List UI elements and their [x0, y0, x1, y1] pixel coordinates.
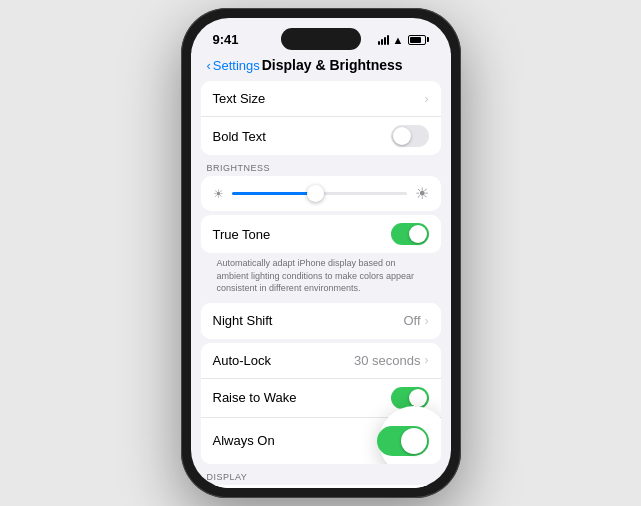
true-tone-label: True Tone: [213, 227, 271, 242]
chevron-right-icon: ›: [425, 314, 429, 328]
always-on-toggle-wrap: [377, 426, 429, 456]
text-size-row[interactable]: Text Size ›: [201, 81, 441, 117]
settings-content: Text Size › Bold Text BRIGHTNESS: [191, 81, 451, 488]
status-time: 9:41: [213, 32, 239, 47]
lock-section: Auto-Lock 30 seconds › Raise to Wake: [191, 343, 451, 464]
toggle-knob: [409, 389, 427, 407]
slider-thumb[interactable]: [307, 185, 324, 202]
display-zoom-group: Display Zoom Default ›: [201, 485, 441, 488]
text-size-right: ›: [425, 92, 429, 106]
toggle-knob: [401, 428, 427, 454]
brightness-section: BRIGHTNESS ☀ ☀: [191, 159, 451, 211]
true-tone-row[interactable]: True Tone: [201, 215, 441, 253]
auto-lock-row[interactable]: Auto-Lock 30 seconds ›: [201, 343, 441, 379]
night-shift-group: Night Shift Off ›: [201, 303, 441, 339]
phone-screen: 9:41 ▲ ‹ Settings Display & Brigh: [191, 18, 451, 488]
wifi-icon: ▲: [393, 34, 404, 46]
brightness-slider[interactable]: [232, 192, 407, 195]
brightness-low-icon: ☀: [213, 187, 224, 201]
true-tone-toggle[interactable]: [391, 223, 429, 245]
always-on-row[interactable]: Always On: [201, 418, 441, 464]
page-title: Display & Brightness: [260, 57, 405, 73]
lock-group: Auto-Lock 30 seconds › Raise to Wake: [201, 343, 441, 464]
brightness-header: BRIGHTNESS: [191, 159, 451, 176]
chevron-left-icon: ‹: [207, 58, 211, 73]
brightness-high-icon: ☀: [415, 184, 429, 203]
status-icons: ▲: [378, 34, 429, 46]
phone-frame: 9:41 ▲ ‹ Settings Display & Brigh: [181, 8, 461, 498]
signal-icon: [378, 35, 389, 45]
night-shift-right: Off ›: [403, 313, 428, 328]
chevron-right-icon: ›: [425, 353, 429, 367]
true-tone-group: True Tone: [201, 215, 441, 253]
auto-lock-value: 30 seconds: [354, 353, 421, 368]
raise-to-wake-label: Raise to Wake: [213, 390, 297, 405]
toggle-knob: [393, 127, 411, 145]
back-label: Settings: [213, 58, 260, 73]
display-section: DISPLAY Display Zoom Default › Choose a …: [191, 468, 451, 488]
chevron-right-icon: ›: [425, 92, 429, 106]
dynamic-island: [281, 28, 361, 50]
night-shift-value: Off: [403, 313, 420, 328]
battery-icon: [408, 35, 429, 45]
text-list-group: Text Size › Bold Text: [201, 81, 441, 155]
display-section-header: DISPLAY: [191, 468, 451, 485]
night-shift-section: Night Shift Off ›: [191, 303, 451, 339]
bold-text-row[interactable]: Bold Text: [201, 117, 441, 155]
always-on-toggle[interactable]: [377, 426, 429, 456]
bold-text-label: Bold Text: [213, 129, 266, 144]
toggle-knob: [409, 225, 427, 243]
slider-fill: [232, 192, 311, 195]
night-shift-row[interactable]: Night Shift Off ›: [201, 303, 441, 339]
auto-lock-label: Auto-Lock: [213, 353, 272, 368]
true-tone-section: True Tone Automatically adapt iPhone dis…: [191, 215, 451, 299]
brightness-row: ☀ ☀: [213, 184, 429, 203]
bold-text-toggle[interactable]: [391, 125, 429, 147]
nav-bar: ‹ Settings Display & Brightness: [191, 53, 451, 81]
night-shift-label: Night Shift: [213, 313, 273, 328]
always-on-label: Always On: [213, 433, 275, 448]
display-zoom-row[interactable]: Display Zoom Default ›: [201, 485, 441, 488]
auto-lock-right: 30 seconds ›: [354, 353, 429, 368]
text-section: Text Size › Bold Text: [191, 81, 451, 155]
true-tone-description: Automatically adapt iPhone display based…: [201, 253, 441, 299]
text-size-label: Text Size: [213, 91, 266, 106]
brightness-control: ☀ ☀: [201, 176, 441, 211]
back-button[interactable]: ‹ Settings: [207, 58, 260, 73]
